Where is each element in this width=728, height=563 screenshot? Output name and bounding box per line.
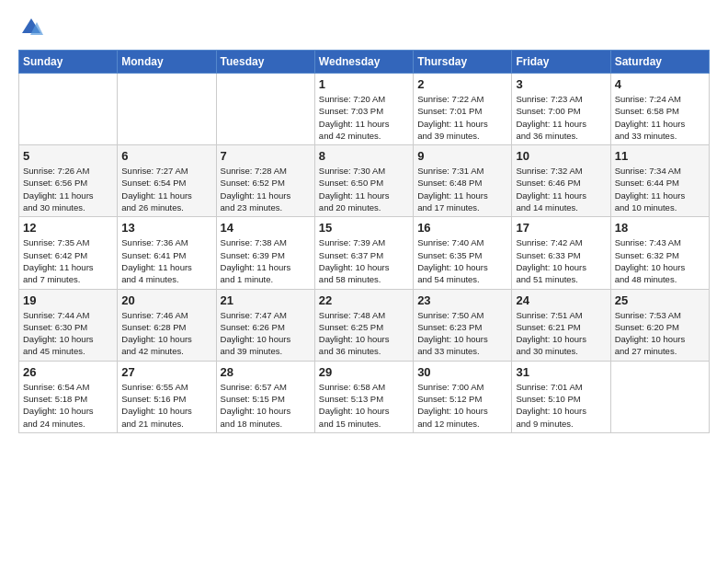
calendar-cell: 26Sunrise: 6:54 AM Sunset: 5:18 PM Dayli… [19, 361, 118, 432]
day-info: Sunrise: 7:35 AM Sunset: 6:42 PM Dayligh… [23, 236, 113, 285]
calendar-cell: 11Sunrise: 7:34 AM Sunset: 6:44 PM Dayli… [610, 145, 709, 217]
day-number: 28 [221, 365, 311, 379]
day-number: 31 [516, 365, 606, 379]
calendar-cell: 3Sunrise: 7:23 AM Sunset: 7:00 PM Daylig… [512, 74, 610, 145]
day-number: 5 [23, 149, 113, 163]
calendar-cell: 23Sunrise: 7:50 AM Sunset: 6:23 PM Dayli… [414, 289, 512, 361]
day-info: Sunrise: 7:47 AM Sunset: 6:26 PM Dayligh… [221, 309, 311, 358]
day-info: Sunrise: 7:26 AM Sunset: 6:56 PM Dayligh… [23, 165, 113, 213]
calendar-cell: 7Sunrise: 7:28 AM Sunset: 6:52 PM Daylig… [216, 145, 314, 217]
calendar-cell: 27Sunrise: 6:55 AM Sunset: 5:16 PM Dayli… [118, 361, 216, 432]
calendar-cell [610, 361, 709, 432]
calendar-cell: 20Sunrise: 7:46 AM Sunset: 6:28 PM Dayli… [118, 289, 216, 361]
week-row-0: 1Sunrise: 7:20 AM Sunset: 7:03 PM Daylig… [19, 74, 710, 145]
calendar-cell [118, 74, 216, 145]
day-number: 6 [121, 149, 211, 163]
calendar-cell: 12Sunrise: 7:35 AM Sunset: 6:42 PM Dayli… [19, 217, 118, 289]
calendar-cell: 9Sunrise: 7:31 AM Sunset: 6:48 PM Daylig… [414, 145, 512, 217]
calendar-cell: 15Sunrise: 7:39 AM Sunset: 6:37 PM Dayli… [314, 217, 413, 289]
day-info: Sunrise: 7:53 AM Sunset: 6:20 PM Dayligh… [615, 309, 705, 358]
day-number: 16 [417, 221, 507, 235]
day-number: 4 [615, 77, 705, 91]
day-info: Sunrise: 7:31 AM Sunset: 6:48 PM Dayligh… [417, 165, 507, 213]
day-info: Sunrise: 7:50 AM Sunset: 6:23 PM Dayligh… [417, 309, 507, 358]
day-info: Sunrise: 7:23 AM Sunset: 7:00 PM Dayligh… [516, 93, 606, 142]
day-info: Sunrise: 6:58 AM Sunset: 5:13 PM Dayligh… [319, 381, 409, 430]
header-row: SundayMondayTuesdayWednesdayThursdayFrid… [19, 51, 710, 74]
day-number: 21 [221, 293, 311, 307]
calendar-cell: 30Sunrise: 7:00 AM Sunset: 5:12 PM Dayli… [414, 361, 512, 432]
day-number: 14 [221, 221, 311, 235]
day-number: 12 [23, 221, 113, 235]
day-number: 11 [615, 149, 705, 163]
day-info: Sunrise: 7:44 AM Sunset: 6:30 PM Dayligh… [23, 309, 113, 358]
day-number: 1 [319, 77, 409, 91]
week-row-4: 26Sunrise: 6:54 AM Sunset: 5:18 PM Dayli… [19, 361, 710, 432]
day-info: Sunrise: 7:22 AM Sunset: 7:01 PM Dayligh… [417, 93, 507, 142]
week-row-3: 19Sunrise: 7:44 AM Sunset: 6:30 PM Dayli… [19, 289, 710, 361]
day-info: Sunrise: 7:01 AM Sunset: 5:10 PM Dayligh… [516, 381, 606, 430]
day-number: 13 [121, 221, 211, 235]
calendar-cell: 8Sunrise: 7:30 AM Sunset: 6:50 PM Daylig… [314, 145, 413, 217]
calendar-cell: 31Sunrise: 7:01 AM Sunset: 5:10 PM Dayli… [512, 361, 610, 432]
day-info: Sunrise: 7:24 AM Sunset: 6:58 PM Dayligh… [615, 93, 705, 142]
col-header-saturday: Saturday [610, 51, 709, 74]
day-number: 3 [516, 77, 606, 91]
calendar-header: SundayMondayTuesdayWednesdayThursdayFrid… [19, 51, 710, 74]
calendar-cell: 24Sunrise: 7:51 AM Sunset: 6:21 PM Dayli… [512, 289, 610, 361]
day-info: Sunrise: 7:27 AM Sunset: 6:54 PM Dayligh… [121, 165, 211, 213]
page: SundayMondayTuesdayWednesdayThursdayFrid… [0, 0, 728, 563]
calendar-table: SundayMondayTuesdayWednesdayThursdayFrid… [18, 50, 710, 433]
calendar-cell: 13Sunrise: 7:36 AM Sunset: 6:41 PM Dayli… [118, 217, 216, 289]
day-info: Sunrise: 7:30 AM Sunset: 6:50 PM Dayligh… [319, 165, 409, 213]
day-number: 7 [221, 149, 311, 163]
logo-icon [18, 15, 44, 40]
calendar-cell: 4Sunrise: 7:24 AM Sunset: 6:58 PM Daylig… [610, 74, 709, 145]
day-info: Sunrise: 7:38 AM Sunset: 6:39 PM Dayligh… [221, 236, 311, 285]
week-row-2: 12Sunrise: 7:35 AM Sunset: 6:42 PM Dayli… [19, 217, 710, 289]
col-header-monday: Monday [118, 51, 216, 74]
day-number: 22 [319, 293, 409, 307]
calendar-cell: 28Sunrise: 6:57 AM Sunset: 5:15 PM Dayli… [216, 361, 314, 432]
calendar-cell [19, 74, 118, 145]
col-header-tuesday: Tuesday [216, 51, 314, 74]
calendar-cell: 16Sunrise: 7:40 AM Sunset: 6:35 PM Dayli… [414, 217, 512, 289]
col-header-friday: Friday [512, 51, 610, 74]
calendar-cell: 17Sunrise: 7:42 AM Sunset: 6:33 PM Dayli… [512, 217, 610, 289]
calendar-cell: 19Sunrise: 7:44 AM Sunset: 6:30 PM Dayli… [19, 289, 118, 361]
calendar-cell: 6Sunrise: 7:27 AM Sunset: 6:54 PM Daylig… [118, 145, 216, 217]
calendar-cell: 10Sunrise: 7:32 AM Sunset: 6:46 PM Dayli… [512, 145, 610, 217]
day-info: Sunrise: 7:51 AM Sunset: 6:21 PM Dayligh… [516, 309, 606, 358]
day-number: 9 [417, 149, 507, 163]
day-number: 10 [516, 149, 606, 163]
day-info: Sunrise: 7:00 AM Sunset: 5:12 PM Dayligh… [417, 381, 507, 430]
day-number: 27 [121, 365, 211, 379]
day-info: Sunrise: 6:57 AM Sunset: 5:15 PM Dayligh… [221, 381, 311, 430]
day-number: 23 [417, 293, 507, 307]
day-number: 19 [23, 293, 113, 307]
day-info: Sunrise: 7:28 AM Sunset: 6:52 PM Dayligh… [221, 165, 311, 213]
day-info: Sunrise: 7:46 AM Sunset: 6:28 PM Dayligh… [121, 309, 211, 358]
col-header-thursday: Thursday [414, 51, 512, 74]
day-number: 30 [417, 365, 507, 379]
calendar-cell: 18Sunrise: 7:43 AM Sunset: 6:32 PM Dayli… [610, 217, 709, 289]
day-number: 26 [23, 365, 113, 379]
day-number: 24 [516, 293, 606, 307]
day-info: Sunrise: 7:40 AM Sunset: 6:35 PM Dayligh… [417, 236, 507, 285]
day-number: 20 [121, 293, 211, 307]
calendar-cell: 14Sunrise: 7:38 AM Sunset: 6:39 PM Dayli… [216, 217, 314, 289]
day-number: 2 [417, 77, 507, 91]
calendar-cell [216, 74, 314, 145]
logo [18, 15, 48, 40]
day-info: Sunrise: 6:54 AM Sunset: 5:18 PM Dayligh… [23, 381, 113, 430]
day-info: Sunrise: 7:34 AM Sunset: 6:44 PM Dayligh… [615, 165, 705, 213]
day-info: Sunrise: 7:43 AM Sunset: 6:32 PM Dayligh… [615, 236, 705, 285]
header [18, 15, 710, 40]
day-info: Sunrise: 7:20 AM Sunset: 7:03 PM Dayligh… [319, 93, 409, 142]
col-header-wednesday: Wednesday [314, 51, 413, 74]
calendar-cell: 2Sunrise: 7:22 AM Sunset: 7:01 PM Daylig… [414, 74, 512, 145]
week-row-1: 5Sunrise: 7:26 AM Sunset: 6:56 PM Daylig… [19, 145, 710, 217]
calendar-body: 1Sunrise: 7:20 AM Sunset: 7:03 PM Daylig… [19, 74, 710, 433]
calendar-cell: 29Sunrise: 6:58 AM Sunset: 5:13 PM Dayli… [314, 361, 413, 432]
calendar-cell: 25Sunrise: 7:53 AM Sunset: 6:20 PM Dayli… [610, 289, 709, 361]
